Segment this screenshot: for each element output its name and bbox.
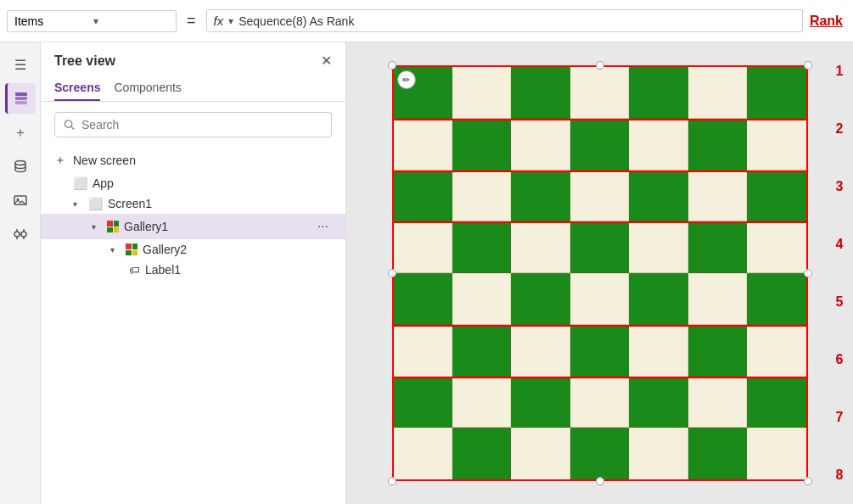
tab-components[interactable]: Components — [114, 76, 181, 101]
svg-line-14 — [71, 126, 74, 129]
top-bar: Items ▾ = fx ▾ Sequence(8) As Rank Rank — [0, 0, 853, 42]
app-icon: ⬜ — [73, 176, 87, 190]
checker-cell — [629, 377, 687, 428]
svg-rect-1 — [15, 97, 27, 100]
svg-point-13 — [65, 120, 71, 127]
fx-chevron: ▾ — [228, 15, 233, 27]
checker-cell — [452, 273, 511, 325]
checker-wrapper: ✏ — [392, 65, 808, 481]
checker-cell — [688, 428, 747, 479]
checker-cell — [570, 325, 629, 377]
database-button[interactable] — [5, 151, 36, 182]
checker-cell — [452, 67, 511, 119]
tree-item-gallery1[interactable]: ▾ Gallery1 ··· — [41, 214, 345, 239]
tree-item-label1[interactable]: 🏷 Label1 — [41, 260, 345, 280]
rank-label-top: Rank — [810, 14, 846, 29]
rank-6: 6 — [829, 352, 850, 367]
label1-icon: 🏷 — [129, 264, 140, 277]
handle-bl[interactable] — [388, 477, 396, 485]
handle-br[interactable] — [804, 477, 812, 485]
checker-cell — [629, 119, 687, 171]
items-dropdown[interactable]: Items ▾ — [7, 10, 177, 32]
checker-cell — [452, 171, 511, 222]
checker-cell — [688, 221, 747, 273]
media-icon — [13, 193, 28, 208]
formula-text: Sequence(8) As Rank — [239, 14, 795, 28]
tools-button[interactable] — [5, 219, 36, 249]
rank-2: 2 — [829, 121, 850, 137]
checker-cell — [747, 273, 805, 325]
checker-cell — [570, 221, 629, 273]
checker-cell — [452, 428, 511, 479]
tree-panel: Tree view ✕ Screens Components ＋ New scr… — [41, 42, 346, 504]
checker-cell — [511, 171, 570, 222]
gallery1-icon — [107, 221, 119, 232]
layers-icon — [14, 91, 29, 106]
handle-tl[interactable] — [388, 61, 396, 70]
tree-item-screen1[interactable]: ▾ ⬜ Screen1 — [41, 193, 345, 214]
database-icon — [13, 159, 28, 174]
checker-cell — [511, 67, 570, 119]
tree-item-app[interactable]: ⬜ App — [41, 173, 345, 193]
checker-cell — [747, 119, 805, 171]
tree-tabs: Screens Components — [41, 76, 345, 102]
checker-cell — [511, 377, 570, 428]
handle-mr[interactable] — [804, 269, 812, 277]
checker-cell — [747, 171, 805, 222]
app-label: App — [93, 176, 332, 190]
checker-cell — [570, 119, 629, 171]
rank-8: 8 — [829, 468, 850, 483]
new-screen-button[interactable]: ＋ New screen — [41, 148, 345, 173]
checker-cell — [570, 171, 629, 222]
media-button[interactable] — [5, 185, 36, 216]
checker-cell — [688, 67, 747, 119]
gallery1-label: Gallery1 — [124, 220, 309, 233]
svg-point-3 — [15, 161, 25, 165]
checker-board[interactable] — [392, 65, 808, 481]
screen1-label: Screen1 — [108, 197, 332, 210]
svg-rect-2 — [15, 101, 27, 104]
gallery2-chevron: ▾ — [110, 245, 121, 255]
rank-numbers: 1 2 3 4 5 6 7 8 — [829, 42, 850, 504]
equals-sign: = — [183, 12, 199, 30]
checker-cell — [570, 377, 629, 428]
checker-cell — [570, 428, 629, 479]
checker-cell — [394, 221, 452, 273]
checker-cell — [747, 325, 805, 377]
checker-cell — [747, 221, 805, 273]
checker-cell — [629, 428, 687, 479]
gallery2-label: Gallery2 — [143, 243, 332, 256]
checker-cell — [688, 119, 747, 171]
checker-cell — [629, 67, 687, 119]
gallery2-icon — [126, 244, 137, 255]
layers-button[interactable] — [5, 83, 36, 114]
handle-tr[interactable] — [804, 61, 812, 70]
dropdown-chevron: ▾ — [93, 15, 169, 27]
checker-cell — [747, 67, 805, 119]
fx-label: fx — [214, 14, 224, 28]
checker-cell — [629, 221, 687, 273]
search-icon — [64, 119, 75, 131]
tab-screens[interactable]: Screens — [54, 76, 100, 101]
edit-pencil-icon[interactable]: ✏ — [397, 70, 416, 89]
checker-cell — [511, 119, 570, 171]
formula-bar[interactable]: fx ▾ Sequence(8) As Rank — [206, 9, 803, 32]
close-button[interactable]: ✕ — [321, 53, 332, 69]
checker-cell — [747, 428, 805, 479]
search-box[interactable] — [54, 112, 332, 137]
handle-tc[interactable] — [596, 61, 604, 70]
rank-1: 1 — [829, 64, 850, 79]
hamburger-button[interactable]: ☰ — [5, 49, 36, 80]
handle-ml[interactable] — [388, 269, 396, 277]
handle-bc[interactable] — [596, 477, 604, 485]
gallery1-chevron: ▾ — [92, 222, 102, 232]
checker-cell — [629, 273, 687, 325]
new-screen-label: New screen — [73, 154, 136, 167]
tree-item-gallery2[interactable]: ▾ Gallery2 — [41, 239, 345, 260]
plus-button[interactable]: ＋ — [5, 117, 36, 148]
checker-cell — [688, 325, 747, 377]
tree-items: ⬜ App ▾ ⬜ Screen1 ▾ — [41, 173, 345, 504]
gallery1-more-button[interactable]: ··· — [314, 217, 332, 236]
checker-cell — [394, 171, 452, 222]
search-input[interactable] — [81, 118, 323, 132]
